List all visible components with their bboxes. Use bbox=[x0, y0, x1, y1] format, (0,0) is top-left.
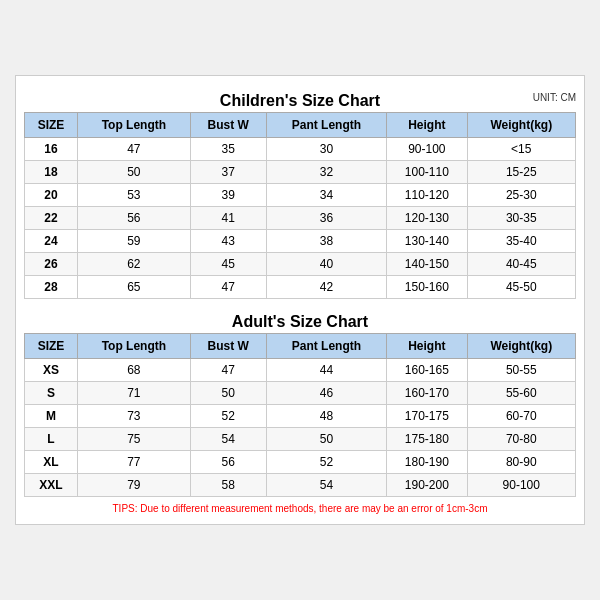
table-cell: 54 bbox=[266, 474, 386, 497]
children-col-size: SIZE bbox=[25, 113, 78, 138]
table-cell: 24 bbox=[25, 230, 78, 253]
table-cell: XXL bbox=[25, 474, 78, 497]
tips-text: TIPS: Due to different measurement metho… bbox=[24, 503, 576, 514]
table-cell: 30 bbox=[266, 138, 386, 161]
table-row: 26624540140-15040-45 bbox=[25, 253, 576, 276]
table-cell: 71 bbox=[78, 382, 191, 405]
table-cell: 35 bbox=[190, 138, 266, 161]
table-cell: 79 bbox=[78, 474, 191, 497]
adults-col-top-length: Top Length bbox=[78, 334, 191, 359]
table-cell: 35-40 bbox=[467, 230, 575, 253]
table-cell: 59 bbox=[78, 230, 191, 253]
table-cell: 50-55 bbox=[467, 359, 575, 382]
table-cell: 45 bbox=[190, 253, 266, 276]
table-cell: 50 bbox=[266, 428, 386, 451]
table-cell: 46 bbox=[266, 382, 386, 405]
table-cell: 62 bbox=[78, 253, 191, 276]
table-cell: 28 bbox=[25, 276, 78, 299]
table-cell: 50 bbox=[78, 161, 191, 184]
table-cell: 70-80 bbox=[467, 428, 575, 451]
table-cell: 40-45 bbox=[467, 253, 575, 276]
table-cell: 90-100 bbox=[387, 138, 467, 161]
table-cell: 40 bbox=[266, 253, 386, 276]
table-row: 22564136120-13030-35 bbox=[25, 207, 576, 230]
table-cell: 38 bbox=[266, 230, 386, 253]
table-cell: M bbox=[25, 405, 78, 428]
table-cell: 73 bbox=[78, 405, 191, 428]
table-row: XL775652180-19080-90 bbox=[25, 451, 576, 474]
table-cell: <15 bbox=[467, 138, 575, 161]
table-cell: 90-100 bbox=[467, 474, 575, 497]
table-cell: 25-30 bbox=[467, 184, 575, 207]
table-cell: XL bbox=[25, 451, 78, 474]
table-cell: 18 bbox=[25, 161, 78, 184]
table-cell: 190-200 bbox=[387, 474, 467, 497]
table-cell: 150-160 bbox=[387, 276, 467, 299]
table-cell: 44 bbox=[266, 359, 386, 382]
table-cell: 175-180 bbox=[387, 428, 467, 451]
table-cell: L bbox=[25, 428, 78, 451]
table-row: XS684744160-16550-55 bbox=[25, 359, 576, 382]
table-cell: 20 bbox=[25, 184, 78, 207]
table-cell: 55-60 bbox=[467, 382, 575, 405]
table-cell: S bbox=[25, 382, 78, 405]
adults-col-size: SIZE bbox=[25, 334, 78, 359]
children-col-bust-w: Bust W bbox=[190, 113, 266, 138]
table-row: S715046160-17055-60 bbox=[25, 382, 576, 405]
adults-table: SIZE Top Length Bust W Pant Length Heigh… bbox=[24, 333, 576, 497]
children-col-pant-length: Pant Length bbox=[266, 113, 386, 138]
table-row: M735248170-17560-70 bbox=[25, 405, 576, 428]
adults-col-weight: Weight(kg) bbox=[467, 334, 575, 359]
adults-title-text: Adult's Size Chart bbox=[232, 313, 368, 330]
table-row: 1647353090-100<15 bbox=[25, 138, 576, 161]
children-section-title: Children's Size Chart UNIT: CM bbox=[24, 86, 576, 112]
table-cell: 47 bbox=[190, 359, 266, 382]
table-cell: 50 bbox=[190, 382, 266, 405]
table-cell: 130-140 bbox=[387, 230, 467, 253]
table-cell: 140-150 bbox=[387, 253, 467, 276]
table-cell: 56 bbox=[78, 207, 191, 230]
children-col-top-length: Top Length bbox=[78, 113, 191, 138]
adults-col-height: Height bbox=[387, 334, 467, 359]
table-cell: 160-165 bbox=[387, 359, 467, 382]
table-cell: 65 bbox=[78, 276, 191, 299]
table-cell: 120-130 bbox=[387, 207, 467, 230]
table-cell: 26 bbox=[25, 253, 78, 276]
table-cell: XS bbox=[25, 359, 78, 382]
table-cell: 34 bbox=[266, 184, 386, 207]
table-cell: 48 bbox=[266, 405, 386, 428]
adults-col-bust-w: Bust W bbox=[190, 334, 266, 359]
adults-section-title: Adult's Size Chart bbox=[24, 307, 576, 333]
children-title-text: Children's Size Chart bbox=[220, 92, 380, 109]
table-cell: 77 bbox=[78, 451, 191, 474]
children-col-height: Height bbox=[387, 113, 467, 138]
table-cell: 15-25 bbox=[467, 161, 575, 184]
table-cell: 39 bbox=[190, 184, 266, 207]
table-cell: 58 bbox=[190, 474, 266, 497]
table-cell: 75 bbox=[78, 428, 191, 451]
unit-label: UNIT: CM bbox=[533, 92, 576, 103]
table-cell: 36 bbox=[266, 207, 386, 230]
table-cell: 53 bbox=[78, 184, 191, 207]
table-cell: 52 bbox=[266, 451, 386, 474]
table-cell: 56 bbox=[190, 451, 266, 474]
table-cell: 37 bbox=[190, 161, 266, 184]
table-cell: 80-90 bbox=[467, 451, 575, 474]
table-cell: 100-110 bbox=[387, 161, 467, 184]
table-row: 28654742150-16045-50 bbox=[25, 276, 576, 299]
table-cell: 41 bbox=[190, 207, 266, 230]
table-cell: 54 bbox=[190, 428, 266, 451]
table-row: 20533934110-12025-30 bbox=[25, 184, 576, 207]
table-cell: 180-190 bbox=[387, 451, 467, 474]
table-row: 18503732100-11015-25 bbox=[25, 161, 576, 184]
table-cell: 60-70 bbox=[467, 405, 575, 428]
table-cell: 42 bbox=[266, 276, 386, 299]
table-cell: 32 bbox=[266, 161, 386, 184]
table-cell: 16 bbox=[25, 138, 78, 161]
table-cell: 43 bbox=[190, 230, 266, 253]
chart-container: Children's Size Chart UNIT: CM SIZE Top … bbox=[15, 75, 585, 525]
table-cell: 47 bbox=[78, 138, 191, 161]
children-col-weight: Weight(kg) bbox=[467, 113, 575, 138]
table-row: XXL795854190-20090-100 bbox=[25, 474, 576, 497]
children-table: SIZE Top Length Bust W Pant Length Heigh… bbox=[24, 112, 576, 299]
